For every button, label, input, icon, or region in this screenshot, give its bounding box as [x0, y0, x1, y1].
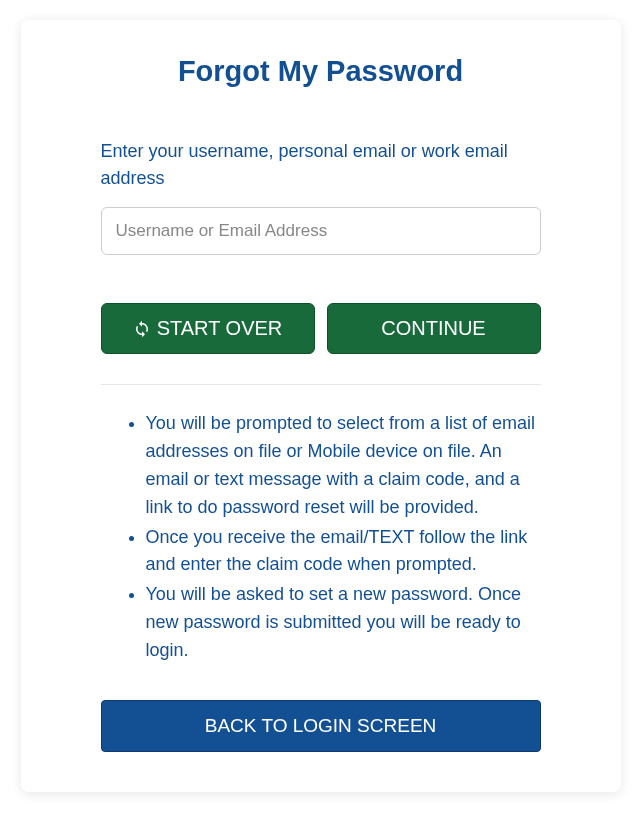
refresh-icon: [133, 320, 151, 338]
page-title: Forgot My Password: [101, 55, 541, 88]
instruction-item: You will be asked to set a new password.…: [146, 581, 541, 665]
continue-button[interactable]: CONTINUE: [327, 303, 541, 354]
continue-label: CONTINUE: [381, 317, 485, 340]
instruction-item: You will be prompted to select from a li…: [146, 410, 541, 522]
start-over-label: START OVER: [157, 317, 283, 340]
instructions-list: You will be prompted to select from a li…: [101, 410, 541, 665]
prompt-text: Enter your username, personal email or w…: [101, 138, 541, 192]
start-over-button[interactable]: START OVER: [101, 303, 315, 354]
action-button-row: START OVER CONTINUE: [101, 303, 541, 354]
forgot-password-card: Forgot My Password Enter your username, …: [21, 20, 621, 792]
back-to-login-button[interactable]: BACK TO LOGIN SCREEN: [101, 700, 541, 752]
username-email-input[interactable]: [101, 207, 541, 255]
instruction-item: Once you receive the email/TEXT follow t…: [146, 524, 541, 580]
back-to-login-label: BACK TO LOGIN SCREEN: [205, 715, 437, 736]
divider: [101, 384, 541, 385]
